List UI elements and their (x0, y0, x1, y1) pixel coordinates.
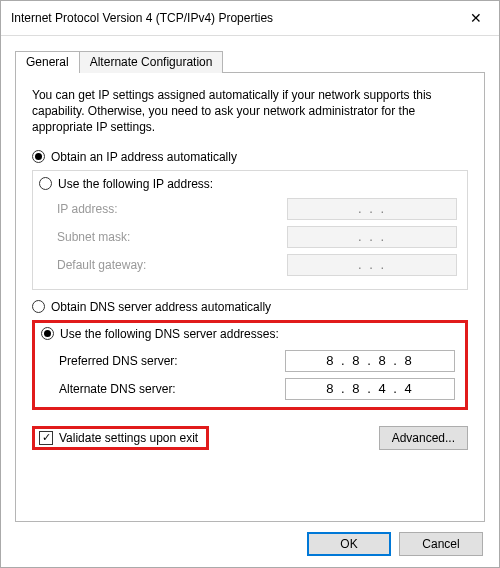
alternate-dns-input[interactable]: 8 . 8 . 4 . 4 (285, 378, 455, 400)
close-button[interactable]: ✕ (453, 1, 499, 35)
tabstrip: General Alternate Configuration (15, 48, 485, 72)
client-area: General Alternate Configuration You can … (1, 36, 499, 568)
radio-icon (32, 150, 45, 163)
advanced-button[interactable]: Advanced... (379, 426, 468, 450)
radio-ip-auto[interactable]: Obtain an IP address automatically (32, 150, 468, 164)
intro-text: You can get IP settings assigned automat… (32, 87, 468, 136)
close-icon: ✕ (470, 10, 482, 26)
titlebar: Internet Protocol Version 4 (TCP/IPv4) P… (1, 1, 499, 36)
dialog-window: Internet Protocol Version 4 (TCP/IPv4) P… (0, 0, 500, 568)
field-preferred-dns: Preferred DNS server: 8 . 8 . 8 . 8 (41, 347, 459, 375)
preferred-dns-label: Preferred DNS server: (59, 354, 285, 368)
ok-button-label: OK (340, 537, 357, 551)
radio-dns-auto-label: Obtain DNS server address automatically (51, 300, 271, 314)
ip-address-input: . . . (287, 198, 457, 220)
advanced-button-label: Advanced... (392, 431, 455, 445)
tab-general[interactable]: General (15, 51, 80, 73)
tab-general-label: General (26, 55, 69, 69)
ok-button[interactable]: OK (307, 532, 391, 556)
ip-blank-dots: . . . (358, 257, 386, 272)
highlight-dns-group: Use the following DNS server addresses: … (32, 320, 468, 410)
radio-ip-auto-label: Obtain an IP address automatically (51, 150, 237, 164)
cancel-button-label: Cancel (422, 537, 459, 551)
ip-blank-dots: . . . (358, 201, 386, 216)
subnet-mask-label: Subnet mask: (57, 230, 287, 244)
checkbox-icon: ✓ (39, 431, 53, 445)
radio-ip-manual-label: Use the following IP address: (58, 177, 213, 191)
field-subnet-mask: Subnet mask: . . . (39, 223, 461, 251)
field-ip-address: IP address: . . . (39, 195, 461, 223)
preferred-dns-value: 8 . 8 . 8 . 8 (326, 353, 413, 368)
subnet-mask-input: . . . (287, 226, 457, 248)
ip-manual-group: Use the following IP address: IP address… (32, 170, 468, 290)
ip-address-label: IP address: (57, 202, 287, 216)
highlight-validate: ✓ Validate settings upon exit (32, 426, 209, 450)
radio-icon (32, 300, 45, 313)
preferred-dns-input[interactable]: 8 . 8 . 8 . 8 (285, 350, 455, 372)
checkbox-validate[interactable]: ✓ Validate settings upon exit (39, 431, 198, 445)
tab-panel-general: You can get IP settings assigned automat… (15, 72, 485, 522)
radio-icon (41, 327, 54, 340)
radio-icon (39, 177, 52, 190)
check-glyph: ✓ (42, 432, 51, 443)
default-gateway-label: Default gateway: (57, 258, 287, 272)
validate-label: Validate settings upon exit (59, 431, 198, 445)
radio-dns-manual[interactable]: Use the following DNS server addresses: (41, 327, 459, 341)
radio-dns-manual-label: Use the following DNS server addresses: (60, 327, 279, 341)
default-gateway-input: . . . (287, 254, 457, 276)
alternate-dns-label: Alternate DNS server: (59, 382, 285, 396)
ip-blank-dots: . . . (358, 229, 386, 244)
field-default-gateway: Default gateway: . . . (39, 251, 461, 279)
tab-alternate-configuration[interactable]: Alternate Configuration (79, 51, 224, 73)
window-title: Internet Protocol Version 4 (TCP/IPv4) P… (11, 11, 453, 25)
field-alternate-dns: Alternate DNS server: 8 . 8 . 4 . 4 (41, 375, 459, 403)
cancel-button[interactable]: Cancel (399, 532, 483, 556)
lower-row: ✓ Validate settings upon exit Advanced..… (32, 426, 468, 450)
radio-ip-manual[interactable]: Use the following IP address: (39, 177, 461, 191)
tab-alt-label: Alternate Configuration (90, 55, 213, 69)
alternate-dns-value: 8 . 8 . 4 . 4 (326, 381, 413, 396)
dialog-buttons: OK Cancel (15, 522, 485, 556)
radio-dns-auto[interactable]: Obtain DNS server address automatically (32, 300, 468, 314)
